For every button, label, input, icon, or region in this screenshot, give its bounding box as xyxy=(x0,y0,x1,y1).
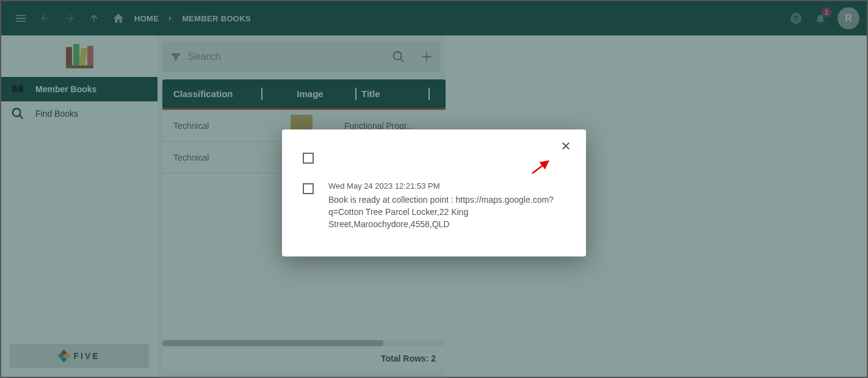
notification-text: Book is ready at collection point : http… xyxy=(328,194,569,231)
close-icon[interactable] xyxy=(560,140,571,154)
notifications-modal: Wed May 24 2023 12:21:53 PM Book is read… xyxy=(282,129,586,256)
notification-item[interactable]: Wed May 24 2023 12:21:53 PM Book is read… xyxy=(299,172,569,239)
modal-overlay[interactable]: Wed May 24 2023 12:21:53 PM Book is read… xyxy=(1,1,867,377)
notification-checkbox[interactable] xyxy=(303,183,314,194)
notification-item[interactable] xyxy=(299,142,569,172)
notification-checkbox[interactable] xyxy=(303,153,314,164)
notification-date: Wed May 24 2023 12:21:53 PM xyxy=(328,181,569,192)
